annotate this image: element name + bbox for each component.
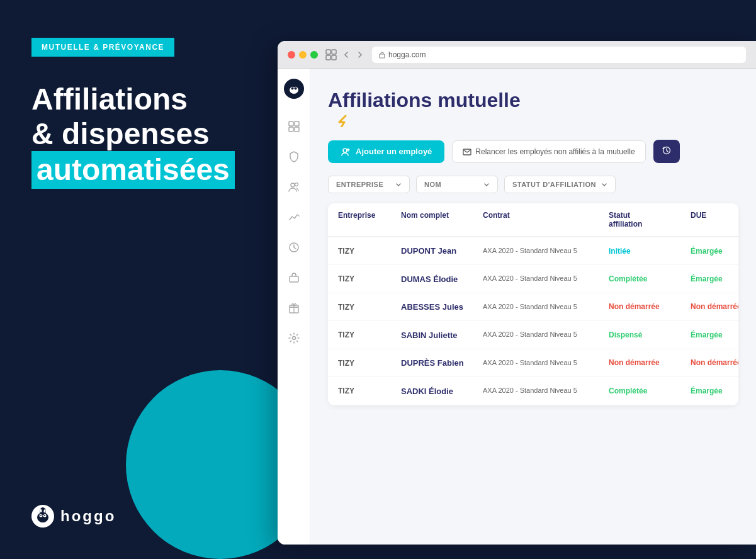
- table-row[interactable]: TIZY SABIN Juliette AXA 2020 - Standard …: [328, 321, 738, 349]
- left-panel: MUTUELLE & PRÉVOYANCE Affiliations & dis…: [0, 0, 296, 559]
- brand-logo: hoggo: [31, 505, 116, 528]
- cell-statut: Complétée: [609, 387, 691, 395]
- table-row[interactable]: TIZY DUPRÈS Fabien AXA 2020 - Standard N…: [328, 349, 738, 378]
- table-body: TIZY DUPONT Jean AXA 2020 - Standard Niv…: [328, 237, 738, 405]
- chevron-down-icon-3: [601, 181, 607, 188]
- svg-point-17: [294, 88, 296, 90]
- hero-text: Affiliations & dispenses automatisées: [31, 82, 264, 189]
- sidebar-item-dashboard[interactable]: [286, 119, 302, 134]
- svg-point-16: [291, 88, 293, 90]
- cell-statut: Complétée: [609, 274, 691, 283]
- svg-point-30: [343, 149, 347, 152]
- title-decoration: [328, 115, 359, 127]
- cell-due: Émargée: [691, 330, 738, 339]
- svg-point-4: [40, 515, 42, 516]
- cell-due: Non démarrée: [691, 358, 738, 368]
- svg-point-23: [291, 183, 295, 187]
- cell-statut: Initiée: [609, 247, 691, 256]
- url-bar[interactable]: hogga.com: [372, 47, 746, 63]
- browser-chrome: hogga.com: [278, 41, 756, 69]
- history-icon: [662, 146, 671, 155]
- svg-point-5: [44, 515, 45, 516]
- cell-company: TIZY: [338, 303, 401, 312]
- cell-contract: AXA 2020 - Standard Niveau 5: [483, 302, 609, 312]
- svg-rect-13: [380, 54, 385, 58]
- svg-rect-9: [326, 50, 330, 54]
- cell-company: TIZY: [338, 274, 401, 283]
- email-icon: [463, 147, 471, 156]
- sidebar-item-settings[interactable]: [286, 330, 302, 346]
- svg-point-15: [290, 86, 298, 94]
- cell-name: SABIN Juliette: [401, 330, 483, 340]
- cell-due: Émargée: [691, 247, 738, 256]
- svg-point-29: [292, 337, 295, 340]
- cell-statut: Non démarrée: [609, 302, 691, 312]
- cell-due: Non démarrée: [691, 302, 738, 312]
- svg-rect-11: [326, 55, 330, 60]
- sidebar-item-gift[interactable]: [286, 300, 302, 315]
- th-contract: Contrat: [483, 211, 609, 229]
- company-filter[interactable]: ENTREPRISE: [328, 176, 410, 193]
- cell-contract: AXA 2020 - Standard Niveau 5: [483, 386, 609, 395]
- affiliations-table: Entreprise Nom complet Contrat Statutaff…: [328, 203, 738, 405]
- th-due: DUE: [691, 211, 738, 229]
- cell-contract: AXA 2020 - Standard Niveau 5: [483, 330, 609, 339]
- sidebar-item-clock[interactable]: [286, 240, 302, 255]
- cell-name: ABESSES Jules: [401, 302, 483, 312]
- back-icon[interactable]: [342, 50, 351, 59]
- table-header-row: Entreprise Nom complet Contrat Statutaff…: [328, 203, 738, 237]
- minimize-window-dot[interactable]: [299, 51, 307, 59]
- page-title: Affiliations mutuelle: [328, 89, 738, 112]
- svg-rect-21: [289, 127, 293, 132]
- app-sidebar: [278, 69, 310, 545]
- lock-icon: [378, 51, 386, 59]
- sidebar-item-analytics[interactable]: [286, 210, 302, 225]
- cell-company: TIZY: [338, 359, 401, 368]
- add-employee-button[interactable]: Ajouter un employé: [328, 140, 444, 163]
- cell-statut: Dispensé: [609, 330, 691, 339]
- forward-icon[interactable]: [356, 50, 364, 59]
- cell-due: Émargée: [691, 387, 738, 395]
- filters-bar: ENTREPRISE NOM STATUT D'AFFILIATION: [328, 176, 738, 193]
- cell-name: SADKI Élodie: [401, 387, 483, 396]
- cell-contract: AXA 2020 - Standard Niveau 5: [483, 246, 609, 256]
- close-window-dot[interactable]: [288, 51, 295, 59]
- svg-rect-20: [295, 121, 299, 126]
- table-row[interactable]: TIZY ABESSES Jules AXA 2020 - Standard N…: [328, 293, 738, 322]
- sidebar-item-users[interactable]: [286, 179, 302, 195]
- sidebar-item-briefcase[interactable]: [286, 270, 302, 285]
- svg-rect-19: [289, 121, 293, 126]
- badge: MUTUELLE & PRÉVOYANCE: [31, 38, 174, 57]
- view-button[interactable]: [653, 140, 680, 163]
- layout-icon: [325, 49, 337, 60]
- sidebar-item-shield[interactable]: [286, 149, 302, 164]
- browser-nav-controls: [325, 49, 364, 60]
- cell-name: DUPRÈS Fabien: [401, 358, 483, 368]
- toolbar: Ajouter un employé Relancer les employés…: [328, 140, 738, 163]
- cell-name: DUMAS Élodie: [401, 274, 483, 284]
- th-company: Entreprise: [338, 211, 401, 229]
- status-filter[interactable]: STATUT D'AFFILIATION: [504, 176, 616, 193]
- cell-contract: AXA 2020 - Standard Niveau 5: [483, 274, 609, 283]
- cell-statut: Non démarrée: [609, 358, 691, 368]
- chevron-down-icon: [395, 181, 402, 188]
- chevron-down-icon-2: [483, 181, 490, 188]
- svg-point-18: [291, 82, 296, 88]
- add-user-icon: [341, 147, 351, 157]
- svg-rect-12: [332, 55, 336, 60]
- name-filter[interactable]: NOM: [416, 176, 498, 193]
- th-status: Statutaffiliation: [609, 211, 691, 229]
- app-content: Affiliations mutuelle Ajouter un employé: [278, 69, 756, 545]
- maximize-window-dot[interactable]: [310, 51, 318, 59]
- svg-rect-10: [332, 50, 336, 54]
- remind-button[interactable]: Relancer les employés non affiliés à la …: [452, 140, 645, 163]
- svg-rect-22: [295, 127, 299, 132]
- table-row[interactable]: TIZY DUMAS Élodie AXA 2020 - Standard Ni…: [328, 265, 738, 293]
- table-row[interactable]: TIZY SADKI Élodie AXA 2020 - Standard Ni…: [328, 377, 738, 405]
- main-content: Affiliations mutuelle Ajouter un employé: [310, 69, 756, 545]
- cell-company: TIZY: [338, 247, 401, 256]
- url-text: hogga.com: [388, 50, 426, 59]
- table-row[interactable]: TIZY DUPONT Jean AXA 2020 - Standard Niv…: [328, 237, 738, 265]
- th-name: Nom complet: [401, 211, 483, 229]
- svg-rect-26: [290, 276, 298, 282]
